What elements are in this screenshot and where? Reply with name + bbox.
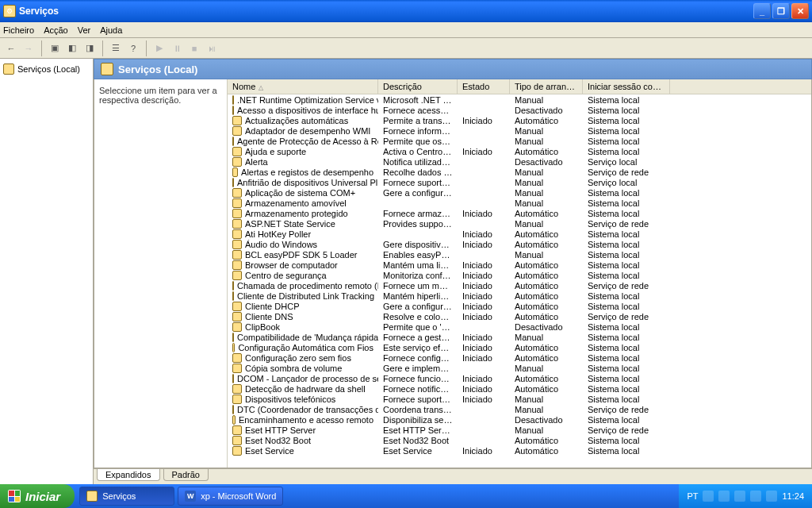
gear-icon	[232, 322, 242, 332]
tray-icon[interactable]	[734, 491, 745, 502]
menu-ver[interactable]: Ver	[78, 25, 91, 35]
task-servicos[interactable]: Serviços	[79, 487, 174, 506]
col-descricao[interactable]: Descrição	[378, 79, 458, 94]
service-row[interactable]: Detecção de hadrware da shellFornece not…	[228, 383, 811, 394]
column-header-row: Nome△ Descrição Estado Tipo de arranque …	[228, 79, 811, 94]
service-name: Encaminhamento e acesso remoto	[239, 415, 373, 425]
service-row[interactable]: Eset Nod32 BootEset Nod32 BootAutomático…	[228, 435, 811, 445]
tray-icon[interactable]	[766, 491, 777, 502]
tab-expandidos[interactable]: Expandidos	[97, 469, 160, 481]
taskbar: Iniciar Serviços W xp - Microsoft Word P…	[0, 484, 812, 508]
start-button[interactable]: Iniciar	[0, 484, 75, 508]
service-row[interactable]: Armazenamento amovívelManualSistema loca…	[228, 198, 811, 208]
service-row[interactable]: ASP.NET State ServiceProvides support fo…	[228, 218, 811, 229]
service-row[interactable]: Cliente de Distributed Link TrackingMant…	[228, 291, 811, 301]
tray-clock[interactable]: 11:24	[782, 491, 804, 501]
service-row[interactable]: Eset HTTP ServerEset HTTP ServerManualSe…	[228, 425, 811, 435]
service-row[interactable]: AlertaNotifica utilizadores …Desactivado…	[228, 156, 811, 167]
service-state	[458, 425, 510, 435]
task-word[interactable]: W xp - Microsoft Word	[178, 487, 283, 506]
stop-icon[interactable]: ■	[186, 40, 202, 56]
col-sessao[interactable]: Iniciar sessão como	[583, 79, 670, 94]
service-row[interactable]: Agente de Protecção de Acesso à RedePerm…	[228, 136, 811, 146]
service-row[interactable]: Configuração Automática com FiosEste ser…	[228, 342, 811, 352]
menu-accao[interactable]: Acção	[44, 25, 68, 35]
view-tabs: Expandidos Padrão	[94, 468, 812, 484]
service-desc: Activa o Centro de a…	[378, 146, 458, 156]
service-row[interactable]: Aplicação de sistema COM+Gere a configur…	[228, 187, 811, 198]
service-row[interactable]: Anfitrião de dispositivos Universal Plug…	[228, 177, 811, 187]
tray-icon[interactable]	[750, 491, 761, 502]
service-row[interactable]: Dispositivos telefónicosFornece suporte …	[228, 394, 811, 404]
service-row[interactable]: Acesso a dispositivos de interface human…	[228, 105, 811, 115]
refresh-icon[interactable]: ◨	[82, 40, 98, 56]
restart-icon[interactable]: ⏯	[204, 40, 220, 56]
service-list[interactable]: .NET Runtime Optimization Service v2.0.5…	[228, 94, 811, 468]
service-logon: Sistema local	[583, 383, 670, 394]
tray-icon[interactable]	[703, 491, 714, 502]
service-row[interactable]: Cliente DNSResolve e coloca na …Iniciado…	[228, 311, 811, 321]
service-row[interactable]: Browser de computadorMantém uma lista ac…	[228, 260, 811, 270]
col-tipo[interactable]: Tipo de arranque	[510, 79, 583, 94]
service-name: Eset HTTP Server	[245, 425, 316, 435]
service-row[interactable]: Ati HotKey PollerIniciadoAutomáticoSiste…	[228, 229, 811, 239]
service-row[interactable]: DCOM - Lançador de processo de servidorF…	[228, 373, 811, 383]
export-icon[interactable]: ☰	[108, 40, 124, 56]
window-title: Serviços	[19, 6, 753, 17]
service-row[interactable]: Armazenamento protegidoFornece armazenam…	[228, 208, 811, 218]
service-row[interactable]: BCL easyPDF SDK 5 LoaderEnables easyPDF …	[228, 249, 811, 260]
service-row[interactable]: Chamada de procedimento remoto (RPC)Forn…	[228, 280, 811, 291]
service-row[interactable]: Compatibilidade de 'Mudança rápida de ut…	[228, 332, 811, 342]
gear-icon	[232, 384, 242, 394]
pause-icon[interactable]: ⏸	[169, 40, 185, 56]
tray-lang[interactable]: PT	[687, 491, 698, 501]
service-desc: Mantém uma lista ac…	[378, 260, 458, 270]
service-name: Armazenamento protegido	[245, 209, 348, 218]
menu-ficheiro[interactable]: Ficheiro	[3, 25, 34, 35]
system-tray[interactable]: PT 11:24	[679, 484, 812, 508]
service-name: Cliente DNS	[245, 312, 293, 321]
properties-icon[interactable]: ◧	[64, 40, 80, 56]
service-logon: Sistema local	[583, 363, 670, 373]
service-row[interactable]: Cliente DHCPGere a configuração…Iniciado…	[228, 301, 811, 311]
forward-button[interactable]: →	[21, 40, 36, 56]
service-desc: Coordena transacçõ…	[378, 404, 458, 414]
close-button[interactable]: ✕	[791, 3, 809, 19]
service-row[interactable]: Adaptador de desempenho WMIFornece infor…	[228, 125, 811, 136]
service-type: Manual	[510, 394, 583, 404]
gear-icon	[232, 333, 234, 342]
service-row[interactable]: .NET Runtime Optimization Service v2.0.5…	[228, 94, 811, 105]
service-row[interactable]: Configuração zero sem fiosFornece config…	[228, 352, 811, 363]
col-nome[interactable]: Nome△	[228, 79, 378, 94]
tree-root[interactable]: Serviços (Local)	[3, 64, 90, 75]
col-estado[interactable]: Estado	[458, 79, 510, 94]
tab-padrao[interactable]: Padrão	[163, 469, 209, 481]
menu-ajuda[interactable]: Ajuda	[100, 25, 122, 35]
play-icon[interactable]: ▶	[151, 40, 167, 56]
service-type: Automático	[510, 301, 583, 311]
service-type: Manual	[510, 249, 583, 260]
tray-icon[interactable]	[718, 491, 730, 502]
service-desc: Gere dispositivos de …	[378, 239, 458, 249]
service-row[interactable]: Eset ServiceEset ServiceIniciadoAutomáti…	[228, 445, 811, 456]
pane-title: Serviços (Local)	[118, 64, 197, 75]
service-row[interactable]: Centro de segurançaMonitoriza configura……	[228, 270, 811, 280]
back-button[interactable]: ←	[3, 40, 19, 56]
minimize-button[interactable]: _	[753, 3, 771, 19]
service-row[interactable]: Áudio do WindowsGere dispositivos de …In…	[228, 239, 811, 249]
up-icon[interactable]: ▣	[47, 40, 63, 56]
service-row[interactable]: Alertas e registos de desempenhoRecolhe …	[228, 167, 811, 177]
service-row[interactable]: ClipBookPermite que o 'Visual…Desactivad…	[228, 321, 811, 332]
maximize-button[interactable]: ❐	[772, 3, 790, 19]
service-row[interactable]: Cópia sombra de volumeGere e implementa …	[228, 363, 811, 373]
service-row[interactable]: DTC (Coordenador de transacções distribu…	[228, 404, 811, 414]
gear-icon	[232, 343, 235, 352]
service-desc: Fornece configuraçã…	[378, 352, 458, 363]
service-state: Iniciado	[458, 342, 510, 352]
service-desc: Fornece suporte par…	[378, 177, 458, 187]
service-logon: Sistema local	[583, 125, 670, 136]
service-row[interactable]: Ajuda e suporteActiva o Centro de a…Inic…	[228, 146, 811, 156]
service-row[interactable]: Actualizações automáticasPermite a trans…	[228, 115, 811, 125]
help-icon[interactable]: ?	[125, 40, 141, 56]
service-row[interactable]: Encaminhamento e acesso remotoDisponibil…	[228, 414, 811, 425]
